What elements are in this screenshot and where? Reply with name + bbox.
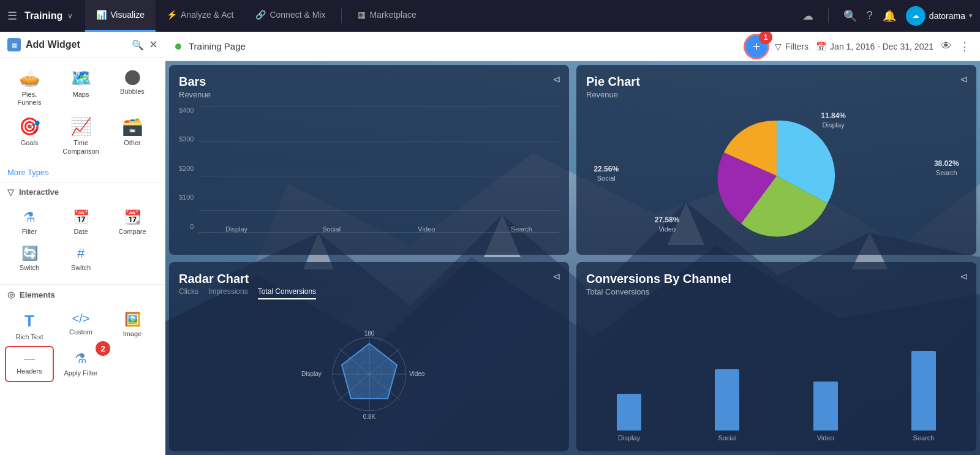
widget-switch-2[interactable]: # Switch <box>56 241 105 277</box>
bubbles-icon: ⬤ <box>124 68 141 85</box>
bars-filter-icon[interactable]: ⊲ <box>552 73 560 85</box>
add-button-wrap: + 1 <box>745 36 767 58</box>
widget-headers[interactable]: — Headers <box>5 346 54 382</box>
radar-tab-impressions[interactable]: Impressions <box>208 287 248 299</box>
bubbles-label: Bubbles <box>120 88 145 96</box>
bar-display: Display <box>198 222 274 233</box>
nav-tab-analyze-label: Analyze & Act <box>181 10 233 20</box>
page-header: Training Page + 1 ▽ Filters 📅 Jan 1, 201… <box>165 32 980 61</box>
page-header-right: + 1 ▽ Filters 📅 Jan 1, 2016 - Dec 31, 20… <box>745 36 970 58</box>
conversions-filter-icon[interactable]: ⊲ <box>960 271 968 282</box>
radar-tab-total-conversions[interactable]: Total Conversions <box>258 287 316 299</box>
interactive-row-2: 🔄 Switch # Switch <box>0 241 165 277</box>
date-range[interactable]: 📅 Jan 1, 2016 - Dec 31, 2021 <box>816 42 933 51</box>
cloud-icon[interactable]: ☁ <box>802 9 813 23</box>
nav-divider <box>341 9 342 23</box>
widget-compare[interactable]: 📆 Compare <box>108 205 157 241</box>
filters-button[interactable]: ▽ Filters <box>775 42 809 51</box>
pie-chart-area: 11.84% Display 38.02% Search 27.58% Vide… <box>586 107 967 245</box>
pie-chart-panel: ⊲ Pie Chart Revenue <box>576 65 976 255</box>
y-label-0: 0 <box>179 223 194 230</box>
nav-tab-marketplace-label: Marketplace <box>369 10 416 20</box>
conversions-chart-title: Conversions By Channel <box>586 272 967 286</box>
radar-filter-icon[interactable]: ⊲ <box>552 271 560 282</box>
bars-chart-title: Bars <box>179 75 559 89</box>
salesforce-logo: ☁ datorama ▾ <box>906 6 973 26</box>
sf-logo-circle: ☁ <box>906 6 925 26</box>
brand-chevron-icon[interactable]: ∨ <box>67 12 73 20</box>
widget-custom[interactable]: </> Custom <box>56 307 105 341</box>
widget-filter[interactable]: ⚗ Filter <box>5 205 54 241</box>
bar-video: Video <box>389 222 464 233</box>
image-icon: 🖼️ <box>124 312 141 328</box>
more-options-icon[interactable]: ⋮ <box>959 40 970 53</box>
chart-types-section: 🥧 Pies,Funnels 🗺️ Maps ⬤ Bubbles 🎯 Goals <box>0 58 165 165</box>
nav-tab-visualize-label: Visualize <box>110 10 145 20</box>
radar-tab-clicks[interactable]: Clicks <box>179 287 198 299</box>
svg-text:Display: Display <box>301 370 322 377</box>
sidebar-title: Add Widget <box>26 39 127 50</box>
nav-tab-marketplace[interactable]: ▦ Marketplace <box>347 0 427 32</box>
elements-section: T Rich Text </> Custom 🖼️ Image — Hea <box>0 302 165 387</box>
conv-bar-social-rect <box>715 369 739 431</box>
notification-icon[interactable]: 🔔 <box>883 9 896 23</box>
search-icon[interactable]: 🔍 <box>843 9 857 23</box>
bar-social-label: Social <box>322 225 341 233</box>
nav-tab-connect-label: Connect & Mix <box>270 10 325 20</box>
rich-text-icon: T <box>24 312 34 331</box>
help-icon[interactable]: ? <box>867 9 873 22</box>
elements-section-icon: ◎ <box>7 290 15 299</box>
svg-text:180: 180 <box>364 330 374 337</box>
pie-label-display: 11.84% Display <box>821 111 846 130</box>
bar-search: Search <box>484 222 559 233</box>
widget-bubbles[interactable]: ⬤ Bubbles <box>108 63 157 100</box>
interactive-section: ⚗ Filter 📅 Date 📆 Compare 🔄 Switch <box>0 200 165 282</box>
filter-icon: ⚗ <box>23 209 36 225</box>
compare-icon: 📆 <box>124 209 141 225</box>
widget-goals[interactable]: 🎯 Goals <box>5 111 54 152</box>
nav-tab-visualize[interactable]: 📊 Visualize <box>85 0 156 32</box>
sidebar-close-icon[interactable]: ✕ <box>149 38 158 51</box>
nav-tab-analyze[interactable]: ⚡ Analyze & Act <box>156 0 244 32</box>
page-name: Training Page <box>189 41 246 51</box>
sf-chevron-icon[interactable]: ▾ <box>969 12 973 20</box>
widget-rich-text[interactable]: T Rich Text <box>5 307 54 346</box>
radar-chart-title: Radar Chart <box>179 272 559 286</box>
widget-switch-1[interactable]: 🔄 Switch <box>5 241 54 277</box>
pie-filter-icon[interactable]: ⊲ <box>960 73 968 85</box>
switch1-label: Switch <box>20 264 39 272</box>
more-types-link[interactable]: More Types <box>0 165 165 179</box>
add-badge: 1 <box>759 32 772 44</box>
maps-icon: 🗺️ <box>70 68 92 88</box>
y-label-100: $100 <box>179 194 194 201</box>
goals-label: Goals <box>21 139 39 147</box>
pie-label-video: 27.58% Video <box>655 216 680 234</box>
widget-pies-funnels[interactable]: 🥧 Pies,Funnels <box>5 63 54 111</box>
bars-chart-subtitle: Revenue <box>179 90 559 99</box>
compare-label: Compare <box>118 228 146 236</box>
widget-maps[interactable]: 🗺️ Maps <box>56 63 105 103</box>
hamburger-icon[interactable]: ☰ <box>7 9 17 23</box>
eye-icon[interactable]: 👁 <box>941 40 952 53</box>
conv-bar-display-rect <box>617 394 641 431</box>
widget-other[interactable]: 🗃️ Other <box>108 111 157 152</box>
brand-name: Training <box>24 10 62 21</box>
bar-display-label: Display <box>225 225 247 233</box>
y-label-400: $400 <box>179 107 194 114</box>
sidebar-search-icon[interactable]: 🔍 <box>132 39 144 51</box>
sf-brand-text: datorama <box>929 11 965 21</box>
bars-chart-panel: ⊲ Bars Revenue $400 $300 $200 $100 0 <box>169 65 569 255</box>
conversions-chart-subtitle: Total Conversions <box>586 287 967 296</box>
other-label: Other <box>124 139 141 147</box>
widget-date[interactable]: 📅 Date <box>56 205 105 241</box>
radar-tabs: Clicks Impressions Total Conversions <box>179 287 559 299</box>
content-area: Training Page + 1 ▽ Filters 📅 Jan 1, 201… <box>165 32 980 455</box>
nav-right: ☁ 🔍 ? 🔔 ☁ datorama ▾ <box>802 6 973 26</box>
conv-bar-display-label: Display <box>618 434 640 442</box>
nav-tab-connect[interactable]: 🔗 Connect & Mix <box>244 0 336 32</box>
widget-image[interactable]: 🖼️ Image <box>108 307 157 343</box>
visualize-icon: 📊 <box>96 10 107 20</box>
interactive-row-1: ⚗ Filter 📅 Date 📆 Compare <box>0 205 165 241</box>
widget-time-comparison[interactable]: 📈 TimeComparison <box>56 111 105 160</box>
svg-marker-15 <box>342 344 397 399</box>
